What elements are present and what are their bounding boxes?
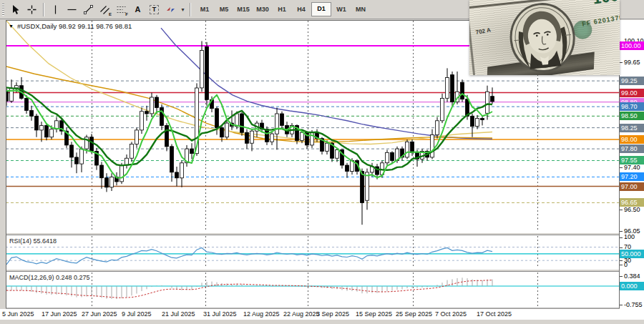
arrows-dropdown-caret[interactable]: ▾ (179, 2, 187, 17)
candle-body (120, 165, 124, 182)
candle-body (451, 75, 454, 102)
rsi-panel (6, 235, 620, 269)
candle-body (361, 172, 364, 203)
vertical-line-icon (50, 4, 61, 15)
vertical-line-tool-button[interactable] (47, 2, 64, 17)
candle-body (491, 97, 494, 102)
candle-body (205, 46, 209, 99)
trendline-tool-button[interactable] (80, 2, 97, 17)
text-label-icon: T (150, 5, 160, 14)
candle-body (70, 145, 74, 157)
candle-body (155, 97, 159, 107)
chart-dropdown-icon[interactable]: ▼ (9, 24, 14, 29)
price-axis: 100.1099.6597.4096.5096.05100.0099.2599.… (620, 20, 644, 320)
price-badge-97.80: 97.80 (620, 144, 644, 153)
candle-body (446, 78, 449, 99)
price-tick-99.65: 99.65 (620, 59, 644, 66)
candle-body (436, 121, 439, 135)
date-label: 5 Jun 2025 (2, 310, 34, 318)
text-label-tool-button[interactable]: T (146, 2, 162, 17)
candle-body (275, 114, 279, 134)
dollar-bill-photo: 100 FF 6201370 702 A (469, 0, 620, 75)
macd-tick--0.755: -0.755 (620, 301, 644, 308)
timeframe-button-M30[interactable]: M30 (253, 3, 272, 16)
arrows-tool-button[interactable] (162, 2, 179, 17)
timeframe-button-M1[interactable]: M1 (195, 3, 214, 16)
cursor-tool-button[interactable] (7, 2, 24, 17)
price-badge-96.65: 96.65 (620, 198, 644, 207)
candle-body (140, 112, 144, 130)
candle-body (326, 143, 329, 151)
candle-body (190, 149, 194, 154)
timeframe-group: M1M5M15M30H1H4D1W1MN (195, 2, 370, 16)
macd-tick-0.384: 0.384 (620, 273, 644, 280)
timeframe-button-M15[interactable]: M15 (234, 3, 253, 16)
date-label: 12 Aug 2025 (243, 310, 280, 318)
candle-body (406, 142, 409, 157)
timeframe-button-H4[interactable]: H4 (292, 3, 311, 16)
candle-body (301, 132, 304, 140)
candle-body (346, 165, 349, 172)
date-label: 3 Sep 2025 (316, 310, 349, 318)
macd-label: MACD(12,26,9) 0.248 0.275 (9, 274, 90, 281)
date-label: 17 Oct 2025 (477, 310, 512, 318)
candle-body (280, 114, 284, 125)
candle-body (225, 123, 229, 137)
arrows-icon (165, 4, 176, 15)
date-label: 21 Jul 2025 (162, 310, 195, 318)
date-label: 15 Sep 2025 (356, 310, 392, 318)
candle-body (240, 114, 244, 132)
candle-body (270, 134, 274, 142)
candle-body (35, 116, 39, 130)
date-label: 31 Jul 2025 (203, 310, 237, 318)
timeframe-button-W1[interactable]: W1 (332, 3, 351, 16)
candle-body (250, 131, 254, 143)
candle-body (215, 109, 219, 128)
candle-body (150, 97, 154, 114)
dollar-bill-main: 100 FF 6201370 702 A (469, 0, 620, 75)
candle-body (311, 132, 314, 145)
candle-body (40, 125, 44, 130)
chart-left-margin (0, 19, 6, 324)
date-label: 22 Aug 2025 (283, 310, 320, 318)
fibonacci-icon-letter: F (125, 12, 128, 16)
candle-body (80, 149, 84, 164)
candle-body (265, 129, 269, 142)
bill-denomination: 100 (592, 0, 620, 7)
timeframe-button-H1[interactable]: H1 (273, 3, 291, 16)
candle-body (30, 110, 34, 116)
candle-body (245, 132, 249, 143)
bottom-margin (0, 320, 644, 324)
candle-body (481, 119, 484, 120)
bill-serial-number: FF 6201370 (582, 14, 620, 28)
equidistant-channel-tool-button[interactable]: E (97, 2, 113, 17)
bill-plate-number: 702 A (475, 26, 491, 36)
candle-body (235, 114, 239, 127)
date-label: 7 Oct 2025 (435, 310, 467, 318)
date-axis: 5 Jun 202517 Jun 202527 Jun 20259 Jul 20… (0, 309, 620, 320)
fibonacci-tool-button[interactable]: F (113, 2, 130, 17)
candle-body (145, 112, 149, 114)
candle-body (165, 125, 169, 147)
rsi-tick-100: 100 (620, 233, 644, 240)
price-badge-97.20: 97.20 (620, 172, 644, 181)
timeframe-button-M5[interactable]: M5 (215, 3, 233, 16)
macd-badge-0: 0.000 (620, 282, 644, 290)
timeframe-button-MN[interactable]: MN (351, 3, 370, 16)
candle-body (336, 149, 339, 158)
toolbar-grip[interactable] (2, 3, 4, 16)
candle-body (431, 135, 434, 157)
timeframe-button-D1[interactable]: D1 (311, 2, 331, 16)
price-badge-100.00: 100.00 (620, 41, 644, 50)
price-badge-97.00: 97.00 (620, 182, 644, 191)
rsi-badge-50: 50.000 (620, 250, 644, 258)
candle-body (10, 88, 14, 101)
horizontal-line-tool-button[interactable] (64, 2, 80, 17)
price-badge-97.55: 97.55 (620, 156, 644, 165)
trendline-icon (83, 4, 94, 15)
text-tool-button[interactable]: A (130, 2, 146, 17)
candle-body (45, 125, 49, 137)
candle-body (486, 92, 489, 113)
crosshair-tool-button[interactable] (24, 2, 40, 17)
franklin-portrait (502, 0, 583, 75)
